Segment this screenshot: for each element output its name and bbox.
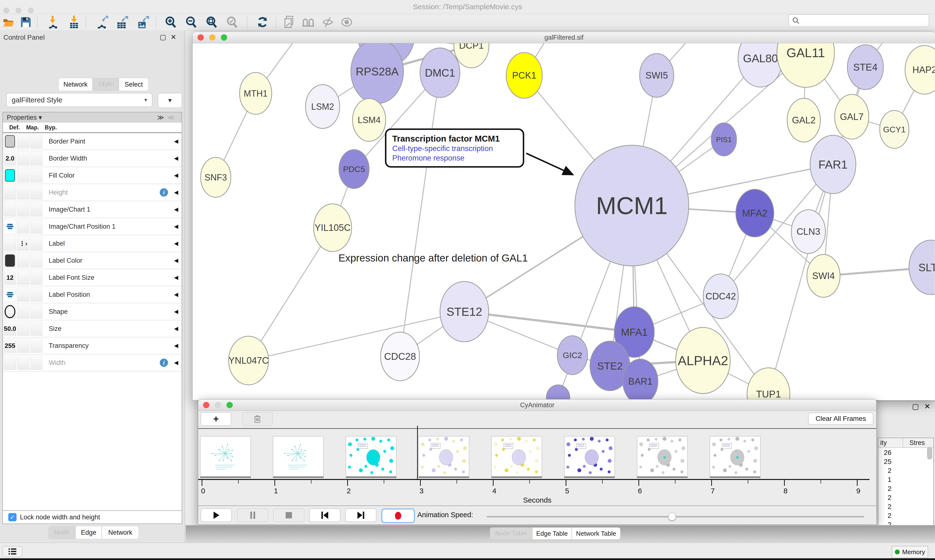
- next-frame-button[interactable]: [345, 508, 376, 522]
- minimize-icon[interactable]: [215, 402, 221, 408]
- import-network-icon[interactable]: [46, 15, 59, 29]
- zoom-window-icon[interactable]: [28, 8, 34, 13]
- zoom-out-icon[interactable]: [185, 15, 198, 29]
- position-icon[interactable]: [6, 291, 14, 298]
- collapse-all-icon[interactable]: ≪: [168, 114, 178, 121]
- node-CUTB[interactable]: [546, 385, 570, 400]
- play-button[interactable]: [201, 508, 232, 522]
- property-row-image-chart-position-1[interactable]: Image/Chart Position 1 ◀: [3, 218, 182, 235]
- close-icon[interactable]: [197, 34, 204, 41]
- frame-thumbnail-0s[interactable]: [200, 436, 251, 477]
- hide-selected-eye-slash-icon[interactable]: [321, 15, 335, 29]
- default-value[interactable]: 255: [5, 342, 15, 349]
- default-value-swatch[interactable]: [5, 135, 15, 148]
- zoom-fit-icon[interactable]: [205, 15, 219, 29]
- previous-frame-button[interactable]: [309, 508, 340, 522]
- frame-thumbnail-5s[interactable]: [564, 436, 615, 477]
- panel-tab-edge[interactable]: Edge: [76, 526, 102, 539]
- close-icon[interactable]: [203, 402, 210, 408]
- column-header-stress[interactable]: Stres: [909, 439, 925, 447]
- tab-edge-table[interactable]: Edge Table: [532, 528, 572, 540]
- show-panels-button[interactable]: [2, 546, 22, 557]
- network-canvas[interactable]: DCP1RPS28ADMC1PCK1SWI5GAL80GAL11STE4HAP2…: [193, 43, 935, 400]
- search-input[interactable]: [799, 17, 918, 25]
- tab-select[interactable]: Select: [119, 78, 148, 91]
- playhead[interactable]: [417, 426, 418, 479]
- record-button[interactable]: [381, 508, 415, 523]
- search-field[interactable]: [788, 14, 929, 27]
- property-row-height[interactable]: Height i ◀: [3, 184, 182, 201]
- tab-network[interactable]: Network: [59, 78, 93, 91]
- annotation-box[interactable]: Transcription factor MCM1 Cell-type-spec…: [385, 128, 524, 168]
- tab-style[interactable]: Style: [93, 78, 119, 91]
- table-scrollbar-thumb[interactable]: [927, 447, 932, 460]
- open-session-icon[interactable]: [2, 15, 15, 29]
- property-row-label-font-size[interactable]: 12 Label Font Size ◀: [3, 269, 182, 286]
- edge[interactable]: [248, 312, 464, 360]
- property-row-label-position[interactable]: Label Position ◀: [3, 286, 182, 303]
- show-all-eye-icon[interactable]: [340, 15, 353, 29]
- default-value-swatch[interactable]: [5, 169, 15, 182]
- delete-frame-button[interactable]: [242, 412, 273, 426]
- collapse-arrow-icon[interactable]: ◀: [174, 240, 178, 247]
- cyanimator-titlebar[interactable]: CyAnimator: [198, 400, 876, 411]
- property-row-fill-color[interactable]: Fill Color ◀: [3, 167, 182, 184]
- copy-network-icon[interactable]: [282, 15, 296, 29]
- zoom-window-icon[interactable]: [227, 402, 233, 408]
- minimize-icon[interactable]: [209, 34, 216, 41]
- export-table-icon[interactable]: [116, 15, 129, 29]
- position-icon[interactable]: [6, 223, 14, 230]
- collapse-arrow-icon[interactable]: ◀: [174, 308, 178, 315]
- style-options-button[interactable]: ▼: [158, 93, 182, 108]
- zoom-selected-icon[interactable]: [225, 15, 239, 29]
- close-panel-icon[interactable]: ✕: [924, 402, 930, 411]
- close-panel-icon[interactable]: ✕: [171, 33, 181, 41]
- collapse-arrow-icon[interactable]: ◀: [174, 189, 178, 195]
- zoom-window-icon[interactable]: [221, 34, 227, 41]
- export-image-icon[interactable]: [136, 15, 150, 29]
- search-network-icon[interactable]: [301, 15, 315, 29]
- panel-tab-node[interactable]: Node: [48, 526, 76, 539]
- import-table-icon[interactable]: [67, 15, 81, 29]
- properties-header[interactable]: Properties ▾: [7, 114, 42, 122]
- expand-all-icon[interactable]: ≫: [157, 114, 167, 121]
- frame-thumbnail-7s[interactable]: [710, 436, 761, 477]
- default-value[interactable]: 50.0: [4, 325, 16, 332]
- float-panel-icon[interactable]: ▢: [160, 33, 170, 41]
- timeline[interactable]: 0123456789 Seconds: [198, 428, 876, 507]
- collapse-arrow-icon[interactable]: ◀: [174, 223, 178, 230]
- property-row-transparency[interactable]: 255 Transparency ◀: [3, 337, 182, 354]
- property-row-image-chart-1[interactable]: Image/Chart 1 ◀: [3, 201, 182, 218]
- memory-button[interactable]: Memory: [892, 546, 928, 558]
- property-row-size[interactable]: 50.0 Size ◀: [3, 320, 182, 337]
- annotation-link[interactable]: Pheromone response: [392, 154, 517, 163]
- add-frame-button[interactable]: +: [201, 412, 231, 426]
- edge[interactable]: [248, 228, 333, 360]
- pause-button[interactable]: [237, 508, 268, 522]
- collapse-arrow-icon[interactable]: ◀: [174, 155, 178, 162]
- info-icon[interactable]: i: [160, 358, 168, 367]
- collapse-arrow-icon[interactable]: ◀: [174, 360, 178, 366]
- stop-button[interactable]: [273, 508, 304, 522]
- close-icon[interactable]: [3, 8, 9, 13]
- collapse-arrow-icon[interactable]: ◀: [174, 343, 178, 349]
- frame-thumbnail-6s[interactable]: [637, 436, 688, 477]
- collapse-arrow-icon[interactable]: ◀: [174, 206, 178, 212]
- slider-thumb[interactable]: [668, 513, 676, 521]
- frame-thumbnail-3s[interactable]: [418, 436, 469, 477]
- property-row-border-paint[interactable]: Border Paint ◀: [3, 133, 182, 150]
- tab-node-table[interactable]: Node Table: [490, 528, 532, 540]
- style-selector[interactable]: galFiltered Style ▾: [6, 93, 153, 107]
- collapse-arrow-icon[interactable]: ◀: [174, 172, 178, 178]
- export-network-icon[interactable]: [96, 15, 109, 29]
- zoom-in-icon[interactable]: [164, 15, 178, 29]
- edge[interactable]: [400, 73, 440, 356]
- property-row-shape[interactable]: Shape ◀: [3, 303, 182, 320]
- collapse-arrow-icon[interactable]: ◀: [174, 274, 178, 281]
- clear-all-frames-button[interactable]: Clear All Frames: [808, 412, 873, 425]
- lock-size-checkbox[interactable]: ✓: [8, 513, 17, 521]
- node-GAL80[interactable]: [738, 43, 783, 87]
- shape-ellipse-icon[interactable]: [5, 305, 15, 318]
- default-value-swatch[interactable]: [5, 254, 15, 267]
- animation-speed-slider[interactable]: [487, 516, 864, 517]
